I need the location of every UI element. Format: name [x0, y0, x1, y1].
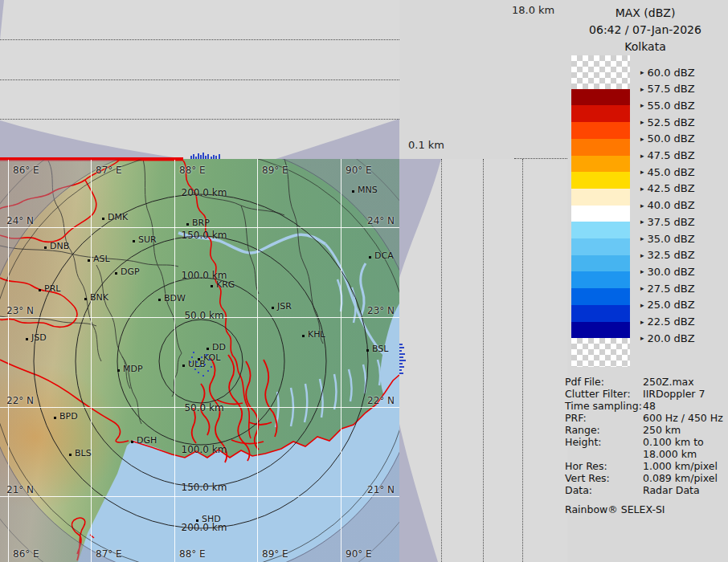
range-ring-label: 150.0 km — [172, 482, 236, 493]
info-row: Range:250 km — [565, 424, 728, 436]
echo-tick — [399, 363, 403, 364]
echo-dot — [211, 366, 212, 368]
echo-tick — [399, 356, 403, 358]
city-label: DGP — [121, 267, 140, 277]
echo-tick — [198, 153, 199, 159]
product-title: MAX (dBZ) — [562, 5, 728, 22]
scale-label-row: ▸22.5 dBZ — [640, 315, 695, 329]
info-field-value: 0.089 km/pixel — [643, 472, 718, 484]
echo-tick — [202, 153, 204, 159]
info-field-value: 0.100 km to — [643, 436, 704, 448]
echo-dot — [190, 361, 191, 363]
latitude-label: 22° N — [6, 395, 34, 406]
scale-swatch — [571, 222, 630, 239]
scale-tick-arrow-icon: ▸ — [640, 284, 644, 292]
scale-swatch — [571, 189, 630, 206]
latitude-label: 22° N — [367, 395, 395, 406]
scale-swatch — [571, 172, 630, 189]
scale-label-row: ▸40.0 dBZ — [640, 198, 695, 213]
city-marker — [366, 349, 369, 352]
info-field-label: Height: — [565, 436, 643, 448]
city-marker — [117, 369, 120, 372]
legend-title-block: MAX (dBZ) 06:42 / 07-Jan-2026 Kolkata — [562, 5, 728, 55]
scale-tick-arrow-icon: ▸ — [640, 185, 644, 193]
echo-dot — [206, 354, 207, 356]
scale-label: 25.0 dBZ — [648, 299, 695, 311]
info-row: Pdf File:250Z.max — [565, 376, 728, 388]
scale-swatch — [571, 122, 630, 140]
city-label: MDP — [123, 364, 143, 374]
city-label: BDW — [164, 293, 186, 303]
longitude-label: 89° E — [262, 165, 288, 176]
info-field-value: 48 — [643, 400, 656, 412]
city-label: KHL — [308, 329, 325, 340]
info-row: Clutter Filter:IIRDoppler 7 — [565, 388, 728, 400]
echo-dot — [198, 372, 199, 373]
city-label: BLS — [75, 448, 92, 458]
city-label: JSD — [31, 332, 47, 343]
scale-tick-arrow-icon: ▸ — [640, 135, 644, 143]
scale-label-row: ▸37.5 dBZ — [640, 214, 695, 229]
city-label: DD — [212, 342, 226, 352]
scale-label-row: ▸50.0 dBZ — [640, 132, 695, 146]
city-label: DGH — [137, 435, 157, 446]
city-marker — [352, 190, 354, 193]
city-label: DMK — [108, 212, 128, 222]
echo-dot — [191, 356, 193, 358]
border-line-map-top — [0, 157, 183, 160]
cross-section-top-panel — [0, 0, 399, 159]
scale-tick-arrow-icon: ▸ — [640, 168, 644, 176]
echo-tick — [399, 360, 406, 361]
echo-tick — [399, 366, 404, 368]
latitude-label: 21° N — [6, 484, 34, 495]
scale-swatch — [571, 105, 630, 123]
info-field-value: 18.000 km — [643, 448, 697, 460]
latitude-label: 23° N — [6, 305, 34, 316]
latitude-label: 24° N — [367, 215, 395, 226]
city-label: DNB — [50, 241, 69, 251]
info-field-label: Data: — [565, 484, 643, 496]
scale-swatch-transparent — [571, 55, 630, 89]
scale-label: 52.5 dBZ — [648, 116, 695, 128]
height-gridline — [0, 39, 399, 40]
scale-swatch — [571, 288, 630, 306]
scale-label: 30.0 dBZ — [648, 266, 695, 278]
scale-tick-arrow-icon: ▸ — [640, 101, 644, 109]
scale-label-row: ▸60.0 dBZ — [640, 65, 695, 79]
height-gridline — [522, 159, 523, 562]
info-field-value: IIRDoppler 7 — [643, 388, 705, 400]
longitude-label: 87° E — [96, 165, 122, 176]
scale-tick-arrow-icon: ▸ — [640, 334, 644, 342]
scale-tick-arrow-icon: ▸ — [640, 68, 644, 76]
echo-dot — [193, 352, 194, 353]
echo-tick — [399, 353, 405, 355]
longitude-line — [257, 159, 258, 562]
scale-tick-arrow-icon: ▸ — [640, 234, 644, 242]
scale-label: 50.0 dBZ — [648, 132, 695, 145]
info-row: Height:0.100 km to — [565, 436, 728, 448]
scale-swatch — [571, 322, 630, 340]
scale-swatch — [571, 139, 630, 157]
scale-swatch — [571, 89, 630, 107]
product-info-rows: Pdf File:250Z.maxClutter Filter:IIRDoppl… — [565, 376, 728, 496]
city-marker — [196, 519, 198, 522]
range-ring-label: 150.0 km — [172, 230, 236, 241]
city-marker — [302, 335, 305, 337]
echo-dot — [202, 375, 204, 377]
dbz-color-scale: ▸60.0 dBZ▸57.5 dBZ▸55.0 dBZ▸52.5 dBZ▸50.… — [571, 55, 724, 370]
scale-label-row: ▸52.5 dBZ — [640, 115, 695, 129]
city-label: BPD — [59, 411, 78, 422]
scale-label: 47.5 dBZ — [648, 149, 695, 161]
city-marker — [102, 218, 104, 220]
scale-label-row: ▸25.0 dBZ — [640, 298, 695, 312]
scale-label-row: ▸27.5 dBZ — [640, 281, 695, 295]
scale-label: 27.5 dBZ — [648, 283, 695, 295]
city-label: ASL — [93, 254, 110, 264]
info-row: Vert Res:0.089 km/pixel — [565, 472, 728, 484]
height-gridline — [0, 79, 399, 80]
info-row: PRF:600 Hz / 450 Hz — [565, 412, 728, 424]
longitude-label: 86° E — [13, 548, 39, 560]
scale-tick-arrow-icon: ▸ — [640, 118, 644, 126]
info-field-label: Time sampling: — [565, 400, 643, 412]
city-marker — [44, 246, 47, 249]
